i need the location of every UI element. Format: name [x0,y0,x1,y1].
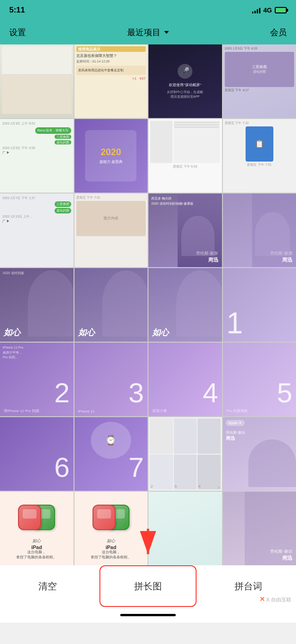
grid-item[interactable]: 4 深深小黄 [148,343,222,416]
chevron-down-icon [164,31,169,34]
grid-item[interactable] [148,492,222,565]
grid-item[interactable]: iPhone 11 Pro 推荐沪平率... Pro 拍照... 用iPhone… [0,343,74,416]
battery-fill [276,8,285,12]
grid-item[interactable]: 星期五 下午 9:53 [148,119,222,193]
home-indicator [0,607,296,623]
grid-item-iphone11[interactable]: 3 iPhone 11 [74,343,148,416]
grid-item[interactable]: 西贡多·梅尔薛 2020 送给特别的他/她·健康版 劳伦斯·谢尔 周迅 [148,194,222,267]
signal-icon [252,7,260,13]
grid-item[interactable]: 🎤 欢迎使用"滚动截屏" 从控制中心'开始，生成截图后直接跳转至APP [148,44,222,118]
grid-item[interactable]: 5 Pro 封面相机 [223,343,296,416]
grid-item-ipad2[interactable]: 如心 iPad 这台电脑，拿捏了电脑的条条框框。 [74,492,148,565]
grid-item[interactable]: 推荐商品展示 北京基也有保障大智慧？ 监察时间：01-14 12:26 差风表饰… [74,44,148,118]
grid-item[interactable]: 劳伦斯·谢尔 周迅 [223,194,296,267]
settings-button[interactable]: 设置 [9,27,26,38]
grid-item[interactable]: 2020 超能力 超恩典 [74,119,148,193]
grid-item[interactable]: 劳伦斯·谢尔 周迅 [223,492,296,565]
grid-item[interactable]: 如心 2020 送特别版 [0,268,74,342]
grid-item[interactable]: 如心 [74,268,148,342]
grid-item-ipad1[interactable]: 如心 iPad 这台电脑，拿捏了电脑的条条框框。 [0,492,74,565]
grid-item[interactable]: Apple ✦ 劳伦斯·谢尔 周迅 [223,417,296,491]
grid-item[interactable]: 1 [223,268,296,342]
status-time: 5:11 [9,6,25,15]
member-button[interactable]: 会员 [270,27,287,38]
network-type: 4G [263,6,272,14]
brand-x-icon: ✕ [259,595,265,603]
grid-item[interactable]: 2020 1月7日 下午 1:37 三星换图 虚化的图 2020 1月15日 上… [0,194,74,267]
clear-button[interactable]: 清空 [0,565,96,607]
status-bar: 5:11 4G [0,0,296,20]
battery-icon [275,7,287,13]
main-grid: 推荐商品展示 北京基也有保障大智慧？ 监察时间：01-14 12:26 差风表饰… [0,44,296,565]
merge-long-button[interactable]: 拼长图 [99,565,197,607]
grid-item[interactable] [0,44,74,118]
grid-item[interactable]: ⌚ 7 [74,417,148,491]
grid-item[interactable]: 星期五 下午 7:22 📋 星期五 下午 7:51 [223,119,296,193]
grid-item[interactable]: 2 3 4 5 [148,417,222,491]
grid-item[interactable]: 如心 [148,268,222,342]
grid-item[interactable]: 2020 1月3日 上午 9:52 Reno 技术，荣耀大写 三星换图 虚化的图… [0,119,74,193]
recent-projects-title[interactable]: 最近项目 [127,27,169,38]
status-icons: 4G [252,6,287,14]
grid-item[interactable]: 星期五 下午 7:51 图片内容 [74,194,148,267]
home-bar [120,614,176,616]
action-bar: 清空 拼长图 拼台词 ✕ X 自由互联 [0,565,296,607]
grid-item[interactable]: 6 [0,417,74,491]
app-header: 设置 最近项目 会员 [0,20,296,44]
grid-item[interactable]: 2020 1月3日 下午 4:20 三星换图虚化的图 星期五 下午 4:17 [223,44,296,118]
brand-logo: ✕ X 自由互联 [259,595,291,603]
image-grid: 推荐商品展示 北京基也有保障大智慧？ 监察时间：01-14 12:26 差风表饰… [0,44,296,565]
